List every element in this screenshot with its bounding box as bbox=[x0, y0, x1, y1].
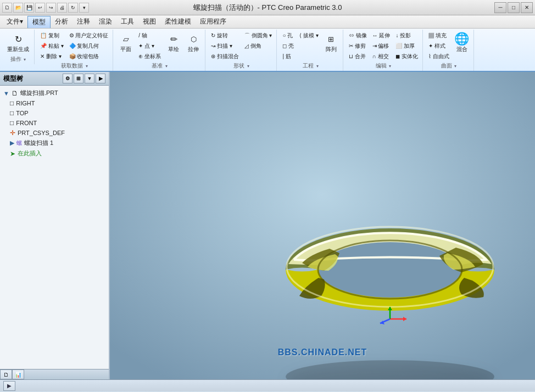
torus-3d bbox=[286, 227, 494, 311]
thicken-btn[interactable]: ⬜ 加厚 bbox=[393, 41, 420, 51]
expand-icon: ▼ bbox=[3, 90, 9, 97]
axis-btn[interactable]: / 轴 bbox=[136, 31, 163, 41]
fill-btn[interactable]: ▦ 填充 bbox=[426, 31, 452, 41]
ribbon-group-edit: ⇔ 镜像 ✂ 修剪 ⊔ 合并 ↔ 延伸 ⇥ 偏移 ∩ 相交 ↓ 投影 ⬜ 加厚 … bbox=[344, 30, 423, 71]
menu-analysis[interactable]: 分析 bbox=[51, 16, 73, 27]
ribbon-group-get-data: 📋 复制 📌 粘贴 ▾ ✕ 删除 ▾ ⚙ 用户定义特征 🔷 复制几何 📦 收缩包… bbox=[36, 30, 113, 71]
tree-item-right[interactable]: □ RIGHT bbox=[1, 98, 108, 108]
menu-view[interactable]: 视图 bbox=[138, 16, 160, 27]
maximize-btn[interactable]: □ bbox=[508, 2, 520, 13]
sketch-btn[interactable]: ✏ 草绘 bbox=[164, 31, 183, 55]
regen-btn[interactable]: ↻ bbox=[68, 3, 78, 13]
paste-btn[interactable]: 📌 粘贴 ▾ bbox=[38, 41, 66, 51]
hole-btn[interactable]: ○ 孔 bbox=[280, 31, 296, 41]
extrude-btn[interactable]: ⬡ 拉伸 bbox=[184, 31, 203, 55]
window-controls: ─ □ ✕ bbox=[494, 2, 533, 13]
title-bar: 🗋 📂 💾 ↩ ↪ 🖨 ↻ ▾ 螺旋扫描（活动的）- PTC Creo Para… bbox=[0, 0, 535, 15]
solidify-btn[interactable]: ◼ 实体化 bbox=[393, 52, 420, 61]
shape-group-label: 形状 ▾ bbox=[233, 62, 249, 70]
tree-item-label: PRT_CSYS_DEF bbox=[18, 130, 65, 136]
tree-item-prt[interactable]: ▼ 🗋 螺旋扫描.PRT bbox=[1, 88, 108, 98]
shrinkwrap-btn[interactable]: 📦 收缩包络 bbox=[67, 52, 111, 61]
regenerate-btn[interactable]: ↻ 重新生成 bbox=[4, 31, 32, 55]
tree-filter-btn[interactable]: ▼ bbox=[85, 74, 94, 83]
tree-item-label: 螺旋扫描 1 bbox=[24, 139, 53, 147]
offset-btn[interactable]: ⇥ 偏移 bbox=[370, 41, 393, 51]
expand-icon: ▶ bbox=[10, 139, 14, 147]
undo-btn[interactable]: ↩ bbox=[35, 3, 45, 13]
quick-access-toolbar: 🗋 📂 💾 ↩ ↪ 🖨 ↻ ▾ bbox=[2, 3, 89, 13]
model-tree-panel: 模型树 ⚙ ⊞ ▼ ▶ ▼ 🗋 螺旋扫描.PRT □ RIGHT □ TOP bbox=[0, 72, 110, 379]
tree-item-top[interactable]: □ TOP bbox=[1, 108, 108, 118]
pattern-btn[interactable]: ⊞ 阵列 bbox=[322, 31, 341, 55]
point-btn[interactable]: ✦ 点 ▾ bbox=[136, 41, 163, 51]
get-data-group-label: 获取数据 ▾ bbox=[61, 62, 88, 70]
menu-model[interactable]: 模型 bbox=[27, 16, 51, 28]
menu-tools[interactable]: 工具 bbox=[116, 16, 138, 27]
ribbon-group-surface: ▦ 填充 ✦ 样式 ⌇ 自由式 🌐 混合 曲面 ▾ bbox=[424, 30, 474, 71]
app-title: 螺旋扫描（活动的）- PTC Creo Parametric 3.0 bbox=[193, 3, 342, 13]
merge-btn[interactable]: ⊔ 合并 bbox=[347, 52, 369, 61]
copy-geo-btn[interactable]: 🔷 复制几何 bbox=[67, 41, 111, 51]
close-btn[interactable]: ✕ bbox=[521, 2, 533, 13]
menu-file[interactable]: 文件▾ bbox=[2, 16, 27, 27]
rib-btn[interactable]: | 筋 bbox=[280, 52, 296, 61]
style-btn[interactable]: ✦ 样式 bbox=[426, 41, 452, 51]
save-btn[interactable]: 💾 bbox=[24, 3, 34, 13]
chamfer-btn[interactable]: ◿ 倒角 bbox=[242, 41, 275, 51]
menu-flex[interactable]: 柔性建模 bbox=[160, 16, 196, 27]
draft-btn[interactable]: ⟨ 拔模 ▾ bbox=[297, 31, 321, 41]
regenerate-icon: ↻ bbox=[12, 32, 25, 46]
tree-expand-btn[interactable]: ⊞ bbox=[74, 74, 83, 83]
trim-btn[interactable]: ✂ 修剪 bbox=[347, 41, 369, 51]
tree-more-btn[interactable]: ▶ bbox=[96, 74, 105, 83]
tree-settings-btn[interactable]: ⚙ bbox=[63, 74, 73, 83]
datum-group-label: 基准 ▾ bbox=[152, 62, 168, 70]
status-btn-1[interactable]: ▶ bbox=[3, 381, 15, 391]
tree-item-csys[interactable]: ✛ PRT_CSYS_DEF bbox=[1, 128, 108, 138]
new-btn[interactable]: 🗋 bbox=[2, 3, 12, 13]
tree-bottom-btn1[interactable]: 🗋 bbox=[0, 369, 12, 379]
operations-group-label: 操作 ▾ bbox=[10, 55, 26, 63]
sweep-btn[interactable]: ↝ 扫描 ▾ bbox=[209, 41, 241, 51]
datum-plane-icon: □ bbox=[10, 109, 14, 117]
blend-btn[interactable]: 🌐 混合 bbox=[453, 31, 471, 55]
datum-plane-icon: □ bbox=[10, 119, 14, 127]
tree-items-container: ▼ 🗋 螺旋扫描.PRT □ RIGHT □ TOP □ FRONT ✛ PRT… bbox=[0, 86, 109, 369]
plane-icon: ▱ bbox=[119, 32, 132, 46]
print-btn[interactable]: 🖨 bbox=[57, 3, 67, 13]
minimize-btn[interactable]: ─ bbox=[494, 2, 506, 13]
project-btn[interactable]: ↓ 投影 bbox=[393, 31, 420, 41]
extend-btn[interactable]: ↔ 延伸 bbox=[370, 31, 393, 41]
redo-btn[interactable]: ↪ bbox=[46, 3, 56, 13]
ribbon-group-datum: ▱ 平面 / 轴 ✦ 点 ▾ ⊕ 坐标系 ✏ 草绘 ⬡ 拉伸 基准 ▾ bbox=[114, 30, 205, 71]
shell-btn[interactable]: ◻ 壳 bbox=[280, 41, 296, 51]
watermark-text: BBS.CHINADE.NET bbox=[278, 348, 367, 357]
freestyle-btn[interactable]: ⌇ 自由式 bbox=[426, 52, 452, 61]
delete-btn[interactable]: ✕ 删除 ▾ bbox=[38, 52, 66, 61]
open-btn[interactable]: 📂 bbox=[13, 3, 23, 13]
extrude-icon: ⬡ bbox=[187, 32, 200, 46]
copy-btn[interactable]: 📋 复制 bbox=[38, 31, 66, 41]
more-btn[interactable]: ▾ bbox=[79, 3, 89, 13]
mirror-btn[interactable]: ⇔ 镜像 bbox=[347, 31, 369, 41]
menu-annotation[interactable]: 注释 bbox=[73, 16, 94, 27]
tree-item-front[interactable]: □ FRONT bbox=[1, 118, 108, 128]
plane-btn[interactable]: ▱ 平面 bbox=[116, 31, 135, 55]
tree-bottom-btn2[interactable]: 📊 bbox=[12, 369, 24, 379]
csys-btn[interactable]: ⊕ 坐标系 bbox=[136, 52, 163, 61]
revolve-btn[interactable]: ↻ 旋转 bbox=[209, 31, 241, 41]
fillet-btn[interactable]: ⌒ 倒圆角 ▾ bbox=[242, 31, 275, 41]
menu-render[interactable]: 渲染 bbox=[94, 16, 116, 27]
sketch-icon: ✏ bbox=[167, 32, 180, 46]
tree-item-helix[interactable]: ▶ 螺 螺旋扫描 1 bbox=[1, 138, 108, 148]
tree-item-insert[interactable]: ➤ 在此插入 bbox=[1, 148, 108, 159]
tree-item-label: 在此插入 bbox=[18, 149, 42, 158]
sweep-blend-btn[interactable]: ⊛ 扫描混合 bbox=[209, 52, 241, 61]
user-feature-btn[interactable]: ⚙ 用户定义特征 bbox=[67, 31, 111, 41]
tree-item-label: 螺旋扫描.PRT bbox=[20, 89, 58, 97]
3d-viewport[interactable]: ⊙ 🔍 🔍 ⬜ ⬜ ⬜ ⬜ ⬜ ⬜ ⚙ ⚙ bbox=[110, 72, 535, 379]
intersect-btn[interactable]: ∩ 相交 bbox=[370, 52, 393, 61]
regenerate-label: 重新生成 bbox=[7, 46, 29, 53]
menu-apps[interactable]: 应用程序 bbox=[196, 16, 231, 27]
